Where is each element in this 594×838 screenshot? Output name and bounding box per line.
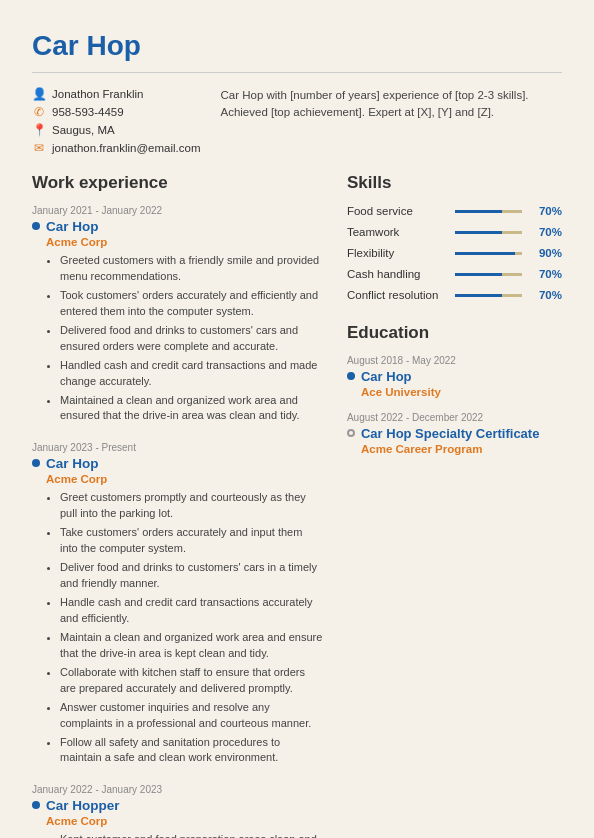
resume-container: Car Hop 👤 Jonathon Franklin ✆ 958-593-44…	[0, 0, 594, 838]
job-2-bullets: Greet customers promptly and courteously…	[46, 490, 323, 766]
job-1-title: Car Hop	[46, 219, 323, 234]
skill-label-1: Teamwork	[347, 226, 447, 238]
left-column: Work experience January 2021 - January 2…	[32, 173, 323, 838]
skill-pct-2: 90%	[530, 247, 562, 259]
list-item: Deliver food and drinks to customers' ca…	[60, 560, 323, 592]
edu-1-school: Ace University	[361, 386, 562, 398]
skill-pct-1: 70%	[530, 226, 562, 238]
skill-pct-4: 70%	[530, 289, 562, 301]
job-1-bullets: Greeted customers with a friendly smile …	[46, 253, 323, 424]
skill-bar-fill-0	[455, 210, 502, 213]
job-entry-2: Car Hop Acme Corp Greet customers prompt…	[32, 456, 323, 766]
list-item: Greet customers promptly and courteously…	[60, 490, 323, 522]
skill-label-2: Flexibility	[347, 247, 447, 259]
edu-2-date: August 2022 - December 2022	[347, 412, 562, 423]
work-experience-title: Work experience	[32, 173, 323, 193]
list-item: Delivered food and drinks to customers' …	[60, 323, 323, 355]
phone-icon: ✆	[32, 105, 46, 119]
header-summary: Car Hop with [number of years] experienc…	[220, 87, 562, 155]
skill-label-0: Food service	[347, 205, 447, 217]
job-3-company: Acme Corp	[46, 815, 323, 827]
job-3-title: Car Hopper	[46, 798, 323, 813]
list-item: Handled cash and credit card transaction…	[60, 358, 323, 390]
list-item: Maintained a clean and organized work ar…	[60, 393, 323, 425]
education-title: Education	[347, 323, 562, 343]
job-3-bullets: Kept customer and food preparation areas…	[46, 832, 323, 838]
skill-row-3: Cash handling 70%	[347, 268, 562, 280]
skill-bar-bg-0	[455, 210, 522, 213]
skill-label-4: Conflict resolution	[347, 289, 447, 301]
edu-2-title: Car Hop Specialty Certificate	[361, 426, 562, 441]
list-item: Answer customer inquiries and resolve an…	[60, 700, 323, 732]
job-entry-1: Car Hop Acme Corp Greeted customers with…	[32, 219, 323, 424]
list-item: Maintain a clean and organized work area…	[60, 630, 323, 662]
edu-1-date: August 2018 - May 2022	[347, 355, 562, 366]
list-item: Greeted customers with a friendly smile …	[60, 253, 323, 285]
skill-bar-bg-3	[455, 273, 522, 276]
list-item: Handle cash and credit card transactions…	[60, 595, 323, 627]
job-1-bullet	[32, 222, 40, 230]
list-item: Took customers' orders accurately and ef…	[60, 288, 323, 320]
header-info: 👤 Jonathon Franklin ✆ 958-593-4459 📍 Sau…	[32, 87, 562, 155]
skill-row-1: Teamwork 70%	[347, 226, 562, 238]
skill-bar-bg-2	[455, 252, 522, 255]
job-3-bullet	[32, 801, 40, 809]
skill-pct-0: 70%	[530, 205, 562, 217]
job-1-company: Acme Corp	[46, 236, 323, 248]
job-2-bullet	[32, 459, 40, 467]
list-item: Take customers' orders accurately and in…	[60, 525, 323, 557]
right-column: Skills Food service 70% Teamwork 70% Fle…	[347, 173, 562, 838]
contact-column: 👤 Jonathon Franklin ✆ 958-593-4459 📍 Sau…	[32, 87, 200, 155]
edu-1-title: Car Hop	[361, 369, 562, 384]
skill-label-3: Cash handling	[347, 268, 447, 280]
header: Car Hop 👤 Jonathon Franklin ✆ 958-593-44…	[32, 30, 562, 155]
skill-bar-fill-4	[455, 294, 502, 297]
skill-row-2: Flexibility 90%	[347, 247, 562, 259]
skill-bar-fill-1	[455, 231, 502, 234]
skill-bar-fill-2	[455, 252, 515, 255]
skill-bar-bg-4	[455, 294, 522, 297]
list-item: Collaborate with kitchen staff to ensure…	[60, 665, 323, 697]
person-icon: 👤	[32, 87, 46, 101]
job-entry-3: Car Hopper Acme Corp Kept customer and f…	[32, 798, 323, 838]
edu-2-school: Acme Career Program	[361, 443, 562, 455]
skill-bar-fill-3	[455, 273, 502, 276]
contact-email: ✉ jonathon.franklin@email.com	[32, 141, 200, 155]
skill-pct-3: 70%	[530, 268, 562, 280]
contact-location: 📍 Saugus, MA	[32, 123, 200, 137]
skill-row-0: Food service 70%	[347, 205, 562, 217]
education-section: Education August 2018 - May 2022 Car Hop…	[347, 323, 562, 455]
job-3-date: January 2022 - January 2023	[32, 784, 323, 795]
job-1-date: January 2021 - January 2022	[32, 205, 323, 216]
header-divider	[32, 72, 562, 73]
contact-name: 👤 Jonathon Franklin	[32, 87, 200, 101]
job-2-date: January 2023 - Present	[32, 442, 323, 453]
skill-row-4: Conflict resolution 70%	[347, 289, 562, 301]
contact-phone: ✆ 958-593-4459	[32, 105, 200, 119]
skills-title: Skills	[347, 173, 562, 193]
job-2-title: Car Hop	[46, 456, 323, 471]
main-body: Work experience January 2021 - January 2…	[32, 173, 562, 838]
edu-entry-1: Car Hop Ace University	[347, 369, 562, 398]
skill-bar-bg-1	[455, 231, 522, 234]
edu-entry-2: Car Hop Specialty Certificate Acme Caree…	[347, 426, 562, 455]
list-item: Kept customer and food preparation areas…	[60, 832, 323, 838]
edu-2-bullet	[347, 429, 355, 437]
resume-title: Car Hop	[32, 30, 562, 62]
location-icon: 📍	[32, 123, 46, 137]
email-icon: ✉	[32, 141, 46, 155]
job-2-company: Acme Corp	[46, 473, 323, 485]
list-item: Follow all safety and sanitation procedu…	[60, 735, 323, 767]
edu-1-bullet	[347, 372, 355, 380]
